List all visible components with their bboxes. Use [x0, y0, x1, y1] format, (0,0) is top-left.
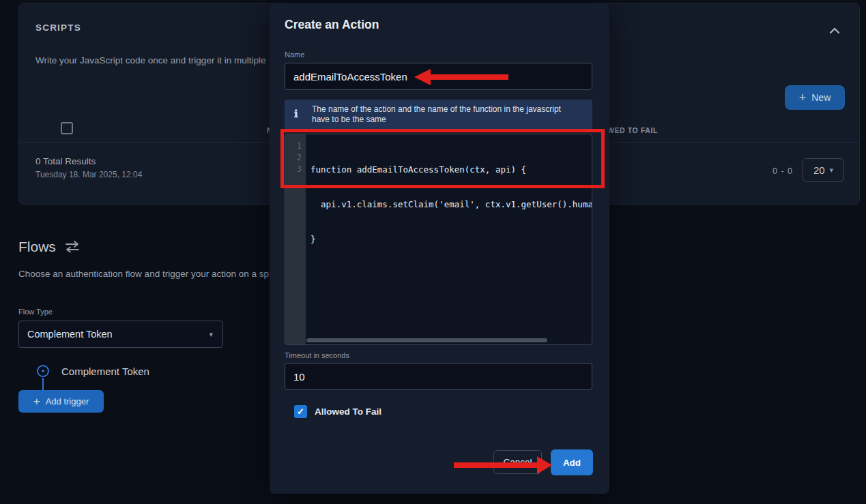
- add-trigger-button[interactable]: + Add trigger: [18, 390, 104, 413]
- code-line: api.v1.claims.setClaim('email', ctx.v1.g…: [311, 198, 592, 210]
- page-size-value: 20: [813, 164, 825, 176]
- flow-node-label: Complement Token: [61, 366, 149, 377]
- chevron-down-icon: ▾: [209, 331, 213, 338]
- results-timestamp: Tuesday 18. Mar 2025, 12:04: [35, 170, 142, 179]
- code-line: }: [311, 233, 592, 245]
- info-banner: ℹ The name of the action and the name of…: [285, 100, 592, 130]
- flow-node-icon: [37, 365, 49, 377]
- flow-connector-line: [42, 378, 44, 390]
- swap-arrows-icon: [64, 241, 81, 253]
- name-label: Name: [285, 50, 304, 59]
- flow-type-label: Flow Type: [18, 308, 53, 316]
- allowed-to-fail-label: Allowed To Fail: [315, 406, 381, 417]
- scripts-subtitle: Write your JavaScript code once and trig…: [35, 55, 265, 65]
- select-all-checkbox[interactable]: [61, 122, 73, 134]
- create-action-modal: Create an Action Name ℹ The name of the …: [270, 3, 609, 494]
- timeout-input[interactable]: [285, 363, 592, 390]
- add-trigger-label: Add trigger: [46, 396, 89, 406]
- allowed-to-fail-checkbox[interactable]: ✓: [294, 405, 307, 418]
- info-banner-text: The name of the action and the name of t…: [312, 104, 575, 125]
- action-name-input[interactable]: [285, 63, 592, 90]
- plus-icon: +: [33, 396, 40, 407]
- timeout-label: Timeout in seconds: [285, 351, 349, 359]
- scripts-title: SCRIPTS: [35, 23, 81, 33]
- code-line: function addEmailToAccessToken(ctx, api)…: [311, 164, 592, 175]
- flow-type-value: Complement Token: [27, 329, 209, 340]
- new-button[interactable]: + New: [785, 85, 845, 110]
- flows-title-row: Flows: [18, 239, 81, 255]
- flow-type-select[interactable]: Complement Token ▾: [18, 321, 223, 348]
- add-button[interactable]: Add: [551, 449, 593, 475]
- modal-title: Create an Action: [285, 18, 379, 32]
- new-button-label: New: [811, 92, 831, 103]
- code-editor[interactable]: 1 2 3 function addEmailToAccessToken(ctx…: [285, 134, 592, 345]
- editor-horizontal-scrollbar[interactable]: [306, 338, 547, 342]
- chevron-up-icon: [828, 25, 841, 36]
- editor-gutter: 1 2 3: [285, 134, 306, 344]
- line-numbers: 1 2 3: [285, 140, 302, 175]
- pagination-range: 0 - 0: [773, 166, 793, 176]
- chevron-down-icon: ▾: [830, 166, 834, 174]
- info-icon: ℹ: [294, 108, 298, 120]
- collapse-section-button[interactable]: [828, 25, 841, 36]
- cancel-button[interactable]: Cancel: [493, 450, 542, 474]
- plus-icon: +: [799, 91, 807, 104]
- check-icon: ✓: [297, 406, 304, 417]
- flow-node-dot: [42, 370, 44, 372]
- total-results: 0 Total Results: [35, 156, 96, 166]
- flows-title: Flows: [18, 239, 56, 255]
- code-content[interactable]: function addEmailToAccessToken(ctx, api)…: [311, 140, 592, 268]
- page-size-select[interactable]: 20 ▾: [803, 158, 844, 182]
- flows-subtitle: Choose an authentication flow and trigge…: [18, 269, 269, 279]
- page: SCRIPTS Write your JavaScript code once …: [0, 0, 866, 504]
